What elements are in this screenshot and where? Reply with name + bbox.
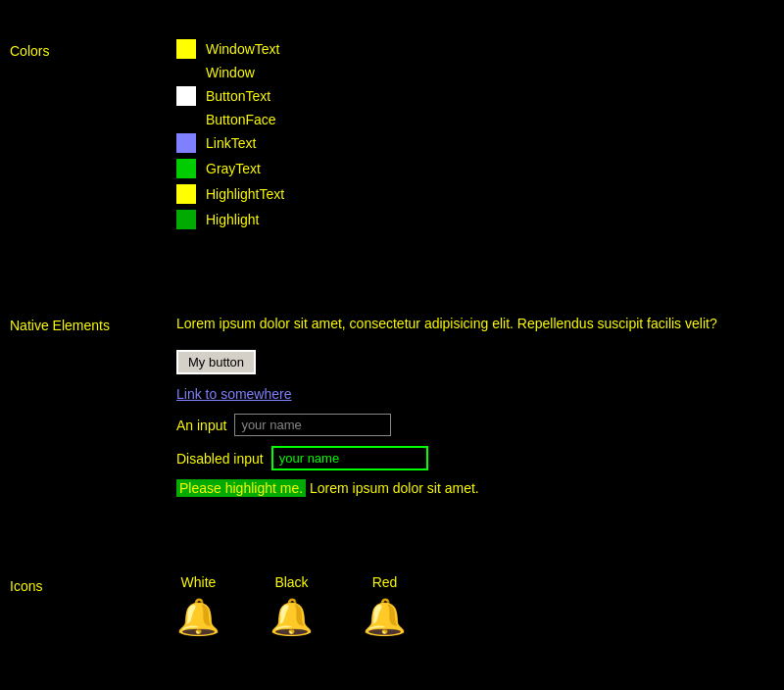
- colors-label: Colors: [0, 39, 157, 59]
- bell-black-icon: 🔔: [270, 600, 314, 635]
- color-row-linktext: LinkText: [176, 133, 784, 153]
- native-content: Lorem ipsum dolor sit amet, consectetur …: [157, 314, 784, 496]
- input-row: An input: [176, 414, 784, 436]
- native-section: Native Elements Lorem ipsum dolor sit am…: [0, 294, 784, 516]
- highlight-label: Highlight: [206, 212, 259, 227]
- windowtext-swatch: [176, 39, 196, 59]
- icon-red-label: Red: [372, 574, 398, 590]
- icon-black-label: Black: [274, 574, 308, 590]
- highlighttext-label: HighlightText: [206, 186, 284, 202]
- after-highlight-text: Lorem ipsum dolor sit amet.: [310, 480, 479, 496]
- input-label: An input: [176, 418, 226, 433]
- graytext-label: GrayText: [206, 161, 261, 176]
- color-row-highlight: Highlight: [176, 210, 784, 229]
- color-row-highlighttext: HighlightText: [176, 184, 784, 204]
- color-row-graytext: GrayText: [176, 159, 784, 178]
- buttonface-label: ButtonFace: [206, 112, 784, 127]
- linktext-swatch: [176, 133, 196, 153]
- highlight-swatch: [176, 210, 196, 229]
- disabled-label: Disabled input: [176, 451, 264, 467]
- icon-col-red: Red 🔔: [363, 574, 407, 635]
- highlighted-text: Please highlight me.: [176, 479, 306, 497]
- colors-section: Colors WindowText Window ButtonText Butt…: [0, 20, 784, 255]
- native-label: Native Elements: [0, 314, 157, 333]
- color-row-buttontext: ButtonText: [176, 86, 784, 106]
- icon-white-label: White: [181, 574, 217, 590]
- highlight-row: Please highlight me. Lorem ipsum dolor s…: [176, 480, 784, 496]
- lorem-text: Lorem ipsum dolor sit amet, consectetur …: [176, 314, 745, 334]
- colors-content: WindowText Window ButtonText ButtonFace …: [157, 39, 784, 235]
- my-button[interactable]: My button: [176, 350, 256, 374]
- icons-section: Icons White 🔔 Black 🔔 Red 🔔: [0, 555, 784, 655]
- icons-content: White 🔔 Black 🔔 Red 🔔: [157, 574, 784, 635]
- icon-col-black: Black 🔔: [270, 574, 314, 635]
- icons-label: Icons: [0, 574, 157, 594]
- icon-col-white: White 🔔: [176, 574, 220, 635]
- graytext-swatch: [176, 159, 196, 178]
- windowtext-label: WindowText: [206, 41, 279, 57]
- linktext-label: LinkText: [206, 135, 256, 151]
- color-row-windowtext: WindowText: [176, 39, 784, 59]
- disabled-input-row: Disabled input: [176, 446, 784, 470]
- highlighttext-swatch: [176, 184, 196, 204]
- bell-white-icon: 🔔: [176, 600, 220, 635]
- link-element[interactable]: Link to somewhere: [176, 386, 784, 402]
- buttontext-label: ButtonText: [206, 88, 270, 104]
- buttontext-swatch: [176, 86, 196, 106]
- bell-red-icon: 🔔: [363, 600, 407, 635]
- window-label: Window: [206, 65, 784, 80]
- disabled-input[interactable]: [271, 446, 428, 470]
- icons-container: White 🔔 Black 🔔 Red 🔔: [176, 574, 784, 635]
- normal-input[interactable]: [234, 414, 391, 436]
